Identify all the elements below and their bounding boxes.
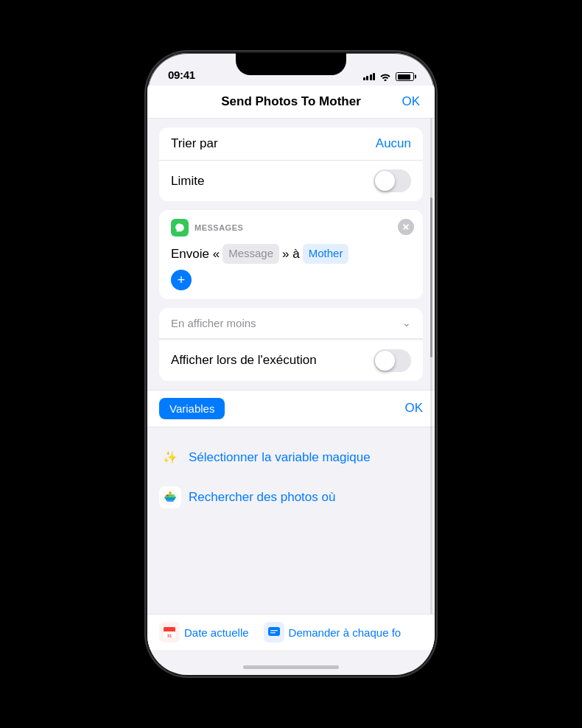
message-token[interactable]: Message: [222, 244, 279, 264]
action-card-header: MESSAGES: [171, 219, 411, 237]
battery-icon: [396, 72, 414, 81]
photos-variable-label: Rechercher des photos où: [189, 490, 335, 505]
messages-app-icon: [171, 219, 189, 237]
mother-token[interactable]: Mother: [303, 244, 349, 264]
photos-variable-icon: [159, 486, 181, 508]
top-header: Send Photos To Mother OK: [147, 85, 435, 119]
limite-row: Limite: [159, 160, 423, 201]
envoie-text: Envoie «: [171, 245, 220, 264]
show-less-label: En afficher moins: [171, 317, 256, 329]
scroll-indicator: [430, 118, 432, 650]
svg-text:31: 31: [167, 634, 172, 638]
settings-card: Trier par Aucun Limite: [159, 127, 423, 201]
trier-par-row: Trier par Aucun: [159, 127, 423, 160]
svg-rect-8: [270, 630, 278, 631]
phone-frame: 09:41 Send Photos To Mother OK: [147, 53, 435, 675]
variable-item-magic[interactable]: ✨ Sélectionner la variable magique: [159, 438, 423, 477]
show-less-row[interactable]: En afficher moins ⌄: [159, 308, 423, 339]
demander-icon: [264, 622, 284, 643]
svg-rect-9: [270, 632, 276, 634]
page-title: Send Photos To Mother: [192, 94, 390, 109]
trier-par-value[interactable]: Aucun: [376, 136, 411, 151]
date-actuelle-icon: 31: [159, 622, 180, 643]
afficher-toggle[interactable]: [374, 349, 411, 372]
wifi-icon: [379, 72, 391, 81]
svg-point-1: [166, 494, 169, 497]
svg-rect-5: [164, 630, 175, 631]
demander-text: Demander à chaque fo: [289, 626, 402, 639]
toolbar-ok-button[interactable]: OK: [404, 401, 423, 416]
variables-toolbar: Variables OK: [147, 390, 435, 427]
trier-par-label: Trier par: [171, 136, 218, 151]
limite-label: Limite: [171, 174, 204, 189]
messages-section-label: MESSAGES: [194, 223, 243, 232]
header-ok-button[interactable]: OK: [390, 94, 420, 109]
status-icons: [363, 72, 415, 81]
variables-button[interactable]: Variables: [159, 398, 225, 419]
magic-variable-icon: ✨: [159, 447, 181, 469]
close-button[interactable]: [398, 219, 414, 235]
afficher-label: Afficher lors de l'exécution: [171, 353, 317, 368]
variables-area: ✨ Sélectionner la variable magique Reche…: [147, 429, 435, 526]
magic-variable-label: Sélectionner la variable magique: [189, 450, 371, 465]
notch: [236, 53, 346, 75]
action-body: Envoie « Message » à Mother: [171, 244, 411, 264]
signal-bars-icon: [363, 73, 376, 80]
chevron-down-icon: ⌄: [402, 317, 411, 329]
date-actuelle-item[interactable]: 31 Date actuelle: [159, 622, 249, 643]
limite-toggle[interactable]: [374, 169, 411, 192]
status-time: 09:41: [168, 69, 195, 81]
home-indicator: [243, 665, 339, 669]
screen-content: Send Photos To Mother OK Trier par Aucun…: [147, 85, 435, 675]
bottom-variables-bar: 31 Date actuelle Demander à chaque fo: [147, 614, 435, 650]
variable-item-photos[interactable]: Rechercher des photos où: [159, 477, 423, 517]
add-button[interactable]: +: [171, 270, 192, 290]
afficher-row: Afficher lors de l'exécution: [159, 340, 423, 381]
date-actuelle-text: Date actuelle: [184, 626, 249, 639]
demander-item[interactable]: Demander à chaque fo: [264, 622, 402, 643]
middle-text: » à: [282, 245, 300, 264]
action-card: MESSAGES Envoie « Message » à Mother +: [159, 210, 423, 299]
